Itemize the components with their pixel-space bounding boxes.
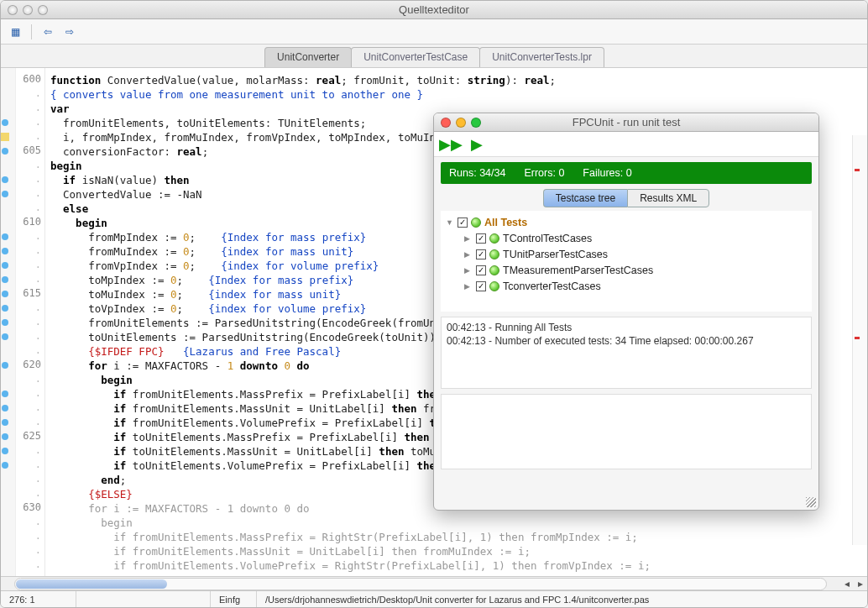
tree-label: TconverterTestCases (503, 280, 601, 292)
disclosure-icon[interactable]: ▼ (446, 218, 454, 227)
tree-label: TMeasurementParserTestCases (503, 265, 653, 276)
disclosure-icon[interactable]: ▶ (464, 250, 473, 259)
test-tree[interactable]: ▼✓All Tests▶✓TControlTestCases▶✓TUnitPar… (441, 211, 812, 312)
scrollbar-thumb[interactable] (16, 579, 167, 589)
editor-tabs: UnitConverterUnitConverterTestCaseUnitCo… (1, 45, 867, 68)
scroll-right-icon[interactable]: ▸ (854, 578, 867, 590)
tab-unitconvertertestcase[interactable]: UnitConverterTestCase (351, 47, 480, 67)
disclosure-icon[interactable]: ▶ (464, 266, 473, 275)
fpcunit-titlebar[interactable]: FPCUnit - run unit test (434, 113, 818, 132)
fpcunit-title: FPCUnit - run unit test (434, 116, 818, 128)
run-all-button[interactable]: ▶▶ (439, 135, 463, 154)
cursor-position: 276: 1 (1, 591, 76, 607)
tab-testcase-tree[interactable]: Testcase tree (543, 189, 627, 207)
tree-node[interactable]: ▶✓TUnitParserTestCases (446, 246, 807, 262)
nav-forward-icon[interactable]: ⇨ (62, 24, 77, 39)
tab-unitconvertertests-lpr[interactable]: UnitConverterTests.lpr (479, 47, 604, 67)
checkbox[interactable]: ✓ (476, 281, 486, 291)
tree-label: TControlTestCases (503, 233, 592, 244)
view-segmented-control: Testcase tree Results XML (434, 189, 818, 207)
tree-node[interactable]: ▶✓TconverterTestCases (446, 278, 807, 294)
file-path: /Users/drjohanneswdietrich/Desktop/Unit … (257, 595, 867, 605)
errors-count: Errors: 0 (524, 167, 564, 179)
disclosure-icon[interactable]: ▶ (464, 282, 473, 291)
tab-unitconverter[interactable]: UnitConverter (264, 47, 352, 67)
checkbox[interactable]: ✓ (476, 249, 486, 259)
insert-mode: Einfg (211, 591, 257, 607)
tree-node[interactable]: ▶✓TControlTestCases (446, 230, 807, 246)
failures-count: Failures: 0 (583, 167, 631, 179)
editor-titlebar[interactable]: Quelltexteditor (1, 1, 867, 19)
scroll-left-icon[interactable]: ◂ (840, 578, 854, 590)
test-status-bar: Runs: 34/34 Errors: 0 Failures: 0 (441, 162, 812, 184)
resize-grip-icon[interactable] (806, 497, 816, 507)
fpcunit-window[interactable]: FPCUnit - run unit test ▶▶ ▶ Runs: 34/34… (433, 113, 819, 511)
window-title: Quelltexteditor (1, 3, 867, 16)
status-empty (76, 591, 211, 607)
status-pass-icon (489, 249, 499, 259)
overview-ruler[interactable] (852, 135, 867, 545)
tree-label: All Tests (484, 217, 527, 228)
horizontal-scrollbar[interactable]: ◂ ▸ (1, 576, 867, 590)
status-bar: 276: 1 Einfg /Users/drjohanneswdietrich/… (1, 590, 867, 607)
checkbox[interactable]: ✓ (476, 233, 486, 244)
editor-toolbar: ▦ ⇦ ⇨ (1, 19, 867, 45)
tree-label: TUnitParserTestCases (503, 249, 608, 260)
marker-gutter[interactable] (1, 68, 16, 576)
status-pass-icon (489, 281, 499, 291)
test-log: 00:42:13 - Running All Tests00:42:13 - N… (441, 317, 812, 389)
status-pass-icon (489, 233, 499, 244)
fpcunit-toolbar: ▶▶ ▶ (434, 132, 818, 157)
nav-back-icon[interactable]: ⇦ (40, 24, 55, 39)
runs-count: Runs: 34/34 (449, 167, 505, 179)
checkbox[interactable]: ✓ (458, 218, 468, 228)
run-button[interactable]: ▶ (471, 135, 483, 154)
status-pass-icon (489, 265, 499, 275)
tree-node[interactable]: ▼✓All Tests (446, 214, 807, 230)
details-pane (441, 394, 812, 469)
checkbox[interactable]: ✓ (476, 265, 486, 275)
tab-results-xml[interactable]: Results XML (627, 189, 709, 207)
unit-icon[interactable]: ▦ (8, 24, 23, 39)
disclosure-icon[interactable]: ▶ (464, 234, 473, 243)
status-pass-icon (471, 218, 481, 228)
line-number-gutter: 600....605....610....615....620....625..… (16, 68, 44, 576)
tree-node[interactable]: ▶✓TMeasurementParserTestCases (446, 262, 807, 278)
